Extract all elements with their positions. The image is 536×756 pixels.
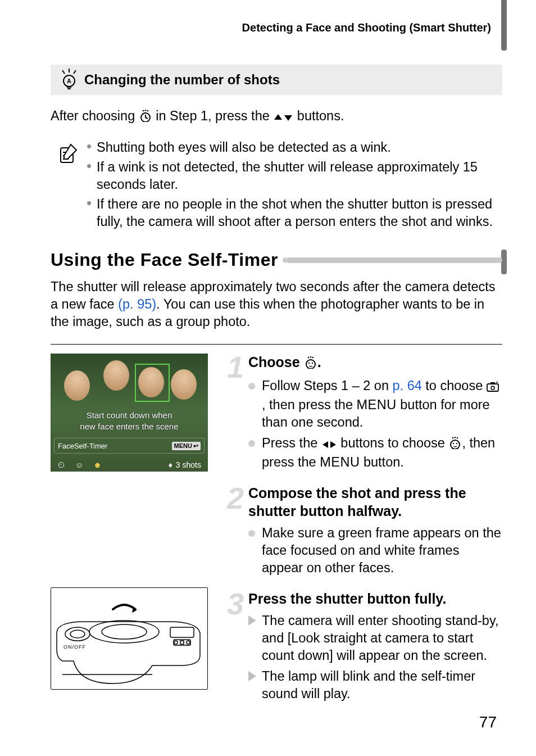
step-sub-list: Follow Steps 1 – 2 on p. 64 to choose , …: [248, 377, 502, 471]
text: to choose: [422, 378, 487, 393]
svg-rect-33: [487, 384, 498, 391]
step-number: 2: [227, 488, 248, 585]
step-sub-list: The camera will enter shooting stand-by,…: [248, 612, 502, 703]
tip-bar: A Changing the number of shots: [51, 65, 502, 95]
section-heading: Using the Face Self-Timer: [51, 250, 502, 270]
note-item: If there are no people in the shot when …: [87, 196, 502, 230]
svg-rect-34: [490, 382, 495, 384]
svg-point-42: [453, 443, 454, 444]
tip-instruction: After choosing in Step 1, press the butt…: [51, 107, 502, 126]
lcd-message-line: Start count down when: [51, 410, 208, 421]
step-number: 3: [227, 594, 248, 710]
step-title: Choose .: [248, 354, 502, 373]
smile-timer-icon: ☺: [75, 460, 83, 469]
separator: [51, 344, 502, 345]
svg-point-20: [70, 630, 85, 638]
lcd-message: Start count down when new face enters th…: [51, 410, 208, 432]
bullet-dot-icon: [248, 440, 255, 447]
text: buttons to choose: [337, 436, 449, 450]
thumb-tab-side: [501, 250, 507, 274]
step-3: 3 Press the shutter button fully. The ca…: [227, 590, 502, 710]
note-list: Shutting both eyes will also be detected…: [87, 139, 502, 233]
text: The lamp will blink and the self-timer s…: [262, 669, 475, 701]
svg-rect-21: [170, 627, 194, 637]
step-1: 1 Choose . Follow Steps 1 – 2 on p. 64 t…: [227, 354, 502, 479]
note-item: If a wink is not detected, the shutter w…: [87, 159, 502, 193]
svg-text:A: A: [67, 78, 71, 84]
text: The camera will enter shooting stand-by,…: [262, 613, 498, 663]
svg-point-43: [456, 443, 457, 444]
menu-back-badge: MENU ↩: [172, 442, 201, 450]
timer-icon: ⏲: [57, 460, 65, 469]
smart-shutter-icon: [487, 379, 499, 396]
heading-rule: [286, 257, 502, 263]
svg-point-27: [307, 357, 309, 359]
svg-point-38: [452, 437, 454, 439]
face: [103, 360, 129, 391]
step-sub-item: The lamp will blink and the self-timer s…: [248, 668, 502, 703]
text: , then press the: [262, 397, 357, 412]
bullet-dot-icon: [248, 383, 255, 390]
wink-timer-icon: [139, 109, 152, 126]
bullet-dot-icon: [248, 530, 255, 537]
tip-text-mid: in Step 1, press the: [152, 108, 274, 123]
menu-button-label: MENU: [320, 455, 360, 469]
figure-column: Start count down when new face enters th…: [51, 354, 212, 716]
face-self-timer-icon: ☻: [93, 460, 102, 469]
svg-point-25: [187, 641, 190, 644]
text: Make sure a green frame appears on the f…: [262, 526, 501, 575]
step-sub-item: Press the buttons to choose , then press…: [248, 434, 502, 471]
focus-frame: [135, 364, 170, 402]
svg-point-23: [174, 641, 178, 644]
result-arrow-icon: [248, 671, 256, 681]
svg-point-7: [142, 110, 144, 112]
up-down-small-icon: ♦: [169, 460, 172, 469]
two-column-layout: Start count down when new face enters th…: [51, 354, 502, 716]
page-ref-link[interactable]: p. 64: [393, 378, 422, 393]
lcd-icon-row: ⏲ ☺ ☻ ♦ 3 shots: [54, 460, 205, 469]
shots-indicator: ♦ 3 shots: [169, 460, 201, 469]
svg-point-8: [144, 110, 146, 111]
step-title-text: Choose: [248, 354, 304, 370]
face-self-timer-icon: [448, 436, 462, 454]
menu-button-label: MENU: [357, 397, 397, 412]
svg-marker-36: [322, 441, 328, 448]
lcd-message-line: new face enters the scene: [51, 421, 208, 432]
svg-point-19: [65, 627, 90, 641]
up-down-icon: [273, 109, 293, 126]
step-title: Press the shutter button fully.: [248, 590, 502, 608]
svg-rect-24: [180, 641, 184, 644]
section-title: Using the Face Self-Timer: [51, 250, 278, 270]
lcd-mode-bar: FaceSelf-Timer MENU ↩: [54, 438, 205, 454]
thumb-tab-top: [501, 0, 507, 51]
step-number: 1: [227, 357, 248, 479]
face: [64, 370, 90, 401]
onoff-label: ON/OFF: [63, 644, 86, 650]
tip-text-before: After choosing: [51, 108, 139, 123]
svg-line-1: [62, 70, 65, 74]
svg-marker-12: [284, 115, 292, 121]
svg-point-32: [311, 363, 312, 364]
note-block: Shutting both eyes will also be detected…: [51, 139, 502, 233]
page-number: 77: [479, 713, 497, 731]
lcd-mode-label: FaceSelf-Timer: [58, 442, 107, 450]
menu-text: MENU: [174, 442, 192, 449]
face: [171, 369, 197, 400]
svg-point-28: [310, 356, 311, 358]
page-ref-link[interactable]: (p. 95): [118, 297, 156, 311]
shots-label: 3 shots: [176, 460, 201, 469]
step-sub-item: Make sure a green frame appears on the f…: [248, 524, 502, 577]
pencil-note-icon: [51, 139, 87, 233]
svg-point-30: [306, 360, 315, 369]
step-sub-list: Make sure a green frame appears on the f…: [248, 524, 502, 577]
svg-point-39: [455, 437, 456, 438]
svg-point-31: [308, 363, 309, 364]
steps-column: 1 Choose . Follow Steps 1 – 2 on p. 64 t…: [227, 354, 502, 716]
result-arrow-icon: [248, 615, 256, 626]
note-item: Shutting both eyes will also be detected…: [87, 139, 502, 156]
camera-lcd-screenshot: Start count down when new face enters th…: [51, 354, 208, 472]
svg-point-18: [102, 624, 147, 639]
svg-point-29: [312, 357, 314, 359]
page: Detecting a Face and Shooting (Smart Shu…: [0, 0, 536, 756]
svg-marker-11: [274, 114, 282, 120]
